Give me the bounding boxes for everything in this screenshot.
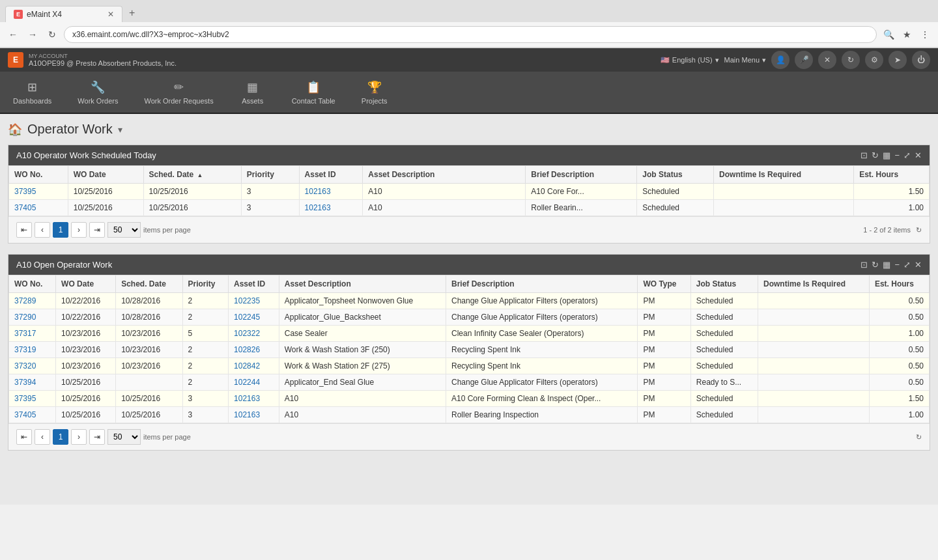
- scheduled-panel-refresh-icon[interactable]: ↻: [872, 150, 879, 160]
- bookmark-button[interactable]: ★: [899, 27, 915, 42]
- open-col-priority[interactable]: Priority: [182, 275, 229, 293]
- col-sched-date[interactable]: Sched. Date ▲: [143, 166, 241, 184]
- wo-no-link[interactable]: 37320: [14, 361, 36, 371]
- open-panel-refresh-icon[interactable]: ↻: [872, 260, 879, 270]
- wo-no-link[interactable]: 37394: [14, 378, 36, 387]
- navigate-icon-button[interactable]: ➤: [888, 51, 907, 69]
- asset-id-link[interactable]: 102163: [234, 394, 260, 403]
- asset-id-link[interactable]: 102842: [234, 361, 260, 371]
- mic-icon-button[interactable]: 🎤: [795, 51, 813, 69]
- close-icon-button[interactable]: ✕: [818, 51, 836, 69]
- cell-priority: 2: [182, 293, 229, 309]
- open-col-sched-date[interactable]: Sched. Date: [116, 275, 182, 293]
- forward-button[interactable]: →: [25, 27, 40, 42]
- open-col-job-status[interactable]: Job Status: [690, 275, 758, 293]
- next-page-button[interactable]: ›: [71, 222, 87, 238]
- wo-no-link[interactable]: 37395: [14, 394, 36, 403]
- col-job-status[interactable]: Job Status: [637, 166, 714, 184]
- asset-id-link[interactable]: 102163: [305, 203, 331, 212]
- wo-no-link[interactable]: 37405: [14, 203, 36, 212]
- power-icon-button[interactable]: ⏻: [912, 51, 930, 69]
- open-last-page-button[interactable]: ⇥: [89, 429, 105, 445]
- nav-item-work-orders[interactable]: 🔧 Work Orders: [64, 72, 131, 113]
- asset-id-link[interactable]: 102163: [305, 187, 331, 196]
- per-page-select[interactable]: 50 100 200: [107, 222, 141, 238]
- wo-no-link[interactable]: 37395: [14, 187, 36, 196]
- refresh-icon-button[interactable]: ↻: [842, 51, 860, 69]
- open-panel-close-icon[interactable]: ✕: [915, 260, 922, 270]
- col-downtime[interactable]: Downtime Is Required: [714, 166, 854, 184]
- open-col-brief-desc[interactable]: Brief Description: [446, 275, 637, 293]
- page-title-chevron[interactable]: ▾: [118, 124, 122, 135]
- open-page-1-button[interactable]: 1: [53, 429, 68, 445]
- open-panel-grid-icon[interactable]: ▦: [883, 260, 890, 270]
- prev-page-button[interactable]: ‹: [35, 222, 50, 238]
- user-icon-button[interactable]: 👤: [771, 51, 789, 69]
- language-selector[interactable]: 🇺🇸 English (US) ▾: [661, 56, 719, 64]
- asset-id-link[interactable]: 102235: [234, 296, 260, 305]
- scheduled-panel-actions: ⊡ ↻ ▦ − ⤢ ✕: [860, 150, 922, 160]
- col-priority[interactable]: Priority: [241, 166, 299, 184]
- scheduled-panel-fullscreen-icon[interactable]: ⤢: [903, 150, 911, 160]
- open-panel-minimize-icon[interactable]: −: [894, 260, 900, 270]
- cell-wo-date: 10/23/2016: [56, 358, 116, 374]
- browser-tab[interactable]: E eMaint X4 ✕: [5, 6, 122, 22]
- open-per-page-select[interactable]: 50 100 200: [107, 429, 141, 445]
- nav-item-projects[interactable]: 🏆 Projects: [348, 72, 401, 113]
- open-refresh-icon[interactable]: ↻: [916, 433, 922, 441]
- col-asset-id[interactable]: Asset ID: [299, 166, 363, 184]
- scheduled-panel-close-icon[interactable]: ✕: [915, 150, 922, 160]
- asset-id-link[interactable]: 102245: [234, 313, 260, 322]
- scheduled-panel-minimize-icon[interactable]: −: [894, 150, 900, 160]
- home-icon[interactable]: 🏠: [8, 122, 22, 137]
- open-items-per-page-label: items per page: [143, 433, 191, 441]
- nav-item-dashboards[interactable]: ⊞ Dashboards: [0, 72, 64, 113]
- wo-no-link[interactable]: 37405: [14, 410, 36, 419]
- nav-item-assets[interactable]: ▦ Assets: [227, 72, 279, 113]
- wo-no-link[interactable]: 37319: [14, 345, 36, 354]
- asset-id-link[interactable]: 102826: [234, 345, 260, 354]
- main-menu-button[interactable]: Main Menu ▾: [724, 56, 766, 64]
- col-brief-desc[interactable]: Brief Description: [526, 166, 637, 184]
- col-wo-date[interactable]: WO Date: [68, 166, 143, 184]
- new-tab-button[interactable]: +: [122, 4, 141, 22]
- open-first-page-button[interactable]: ⇤: [16, 429, 32, 445]
- scheduled-pagination-right: 1 - 2 of 2 items ↻: [863, 226, 922, 234]
- first-page-button[interactable]: ⇤: [16, 222, 32, 238]
- asset-id-link[interactable]: 102244: [234, 378, 260, 387]
- open-next-page-button[interactable]: ›: [71, 429, 87, 445]
- tab-close-button[interactable]: ✕: [107, 10, 114, 19]
- open-col-asset-id[interactable]: Asset ID: [229, 275, 279, 293]
- back-button[interactable]: ←: [5, 27, 21, 42]
- nav-item-contact-table[interactable]: 📋 Contact Table: [279, 72, 348, 113]
- asset-id-link[interactable]: 102322: [234, 329, 260, 338]
- wo-no-link[interactable]: 37289: [14, 296, 36, 305]
- search-button[interactable]: 🔍: [881, 27, 896, 42]
- open-prev-page-button[interactable]: ‹: [35, 429, 50, 445]
- more-button[interactable]: ⋮: [917, 27, 933, 42]
- url-bar[interactable]: x36.emaint.com/wc.dll?X3~emproc~x3Hubv2: [64, 26, 877, 43]
- page-1-button[interactable]: 1: [53, 222, 68, 238]
- asset-id-link[interactable]: 102163: [234, 410, 260, 419]
- wo-no-link[interactable]: 37317: [14, 329, 36, 338]
- open-col-est-hours[interactable]: Est. Hours: [869, 275, 929, 293]
- scheduled-panel-expand-icon[interactable]: ⊡: [860, 150, 868, 160]
- scheduled-refresh-icon[interactable]: ↻: [916, 226, 922, 234]
- col-wo-no[interactable]: WO No.: [9, 166, 68, 184]
- open-col-wo-date[interactable]: WO Date: [56, 275, 116, 293]
- open-col-downtime[interactable]: Downtime Is Required: [758, 275, 870, 293]
- wo-no-link[interactable]: 37290: [14, 313, 36, 322]
- open-col-wo-no[interactable]: WO No.: [9, 275, 56, 293]
- nav-item-work-order-requests[interactable]: ✏ Work Order Requests: [131, 72, 226, 113]
- col-asset-desc[interactable]: Asset Description: [363, 166, 526, 184]
- settings-icon-button[interactable]: ⚙: [865, 51, 883, 69]
- col-est-hours[interactable]: Est. Hours: [854, 166, 930, 184]
- open-col-wo-type[interactable]: WO Type: [638, 275, 690, 293]
- open-panel-fullscreen-icon[interactable]: ⤢: [903, 260, 911, 270]
- last-page-button[interactable]: ⇥: [89, 222, 105, 238]
- refresh-button[interactable]: ↻: [44, 27, 60, 42]
- cell-job-status: Ready to S...: [690, 374, 758, 391]
- open-panel-expand-icon[interactable]: ⊡: [860, 260, 868, 270]
- open-col-asset-desc[interactable]: Asset Description: [279, 275, 446, 293]
- scheduled-panel-grid-icon[interactable]: ▦: [883, 150, 890, 160]
